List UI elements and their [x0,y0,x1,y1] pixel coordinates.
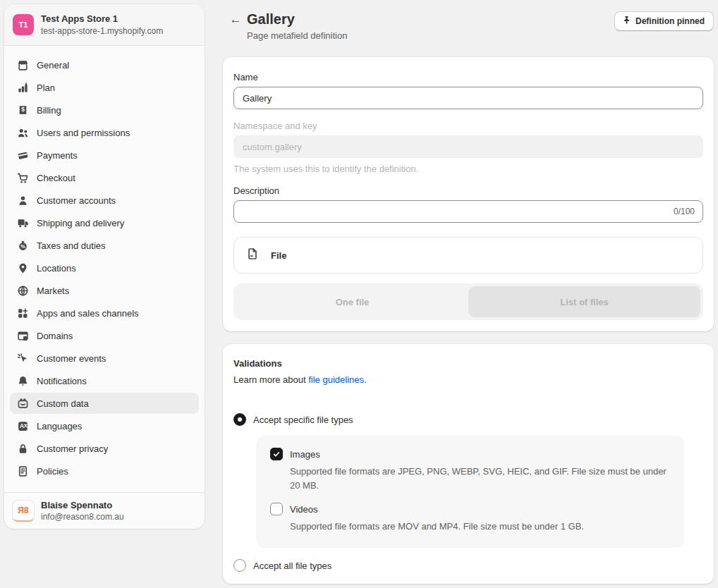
sidebar-item-billing[interactable]: $Billing [10,99,199,121]
globe-icon [16,285,30,297]
sidebar-item-customer-events[interactable]: Customer events [10,348,199,369]
file-guidelines-link[interactable]: file guidelines. [308,374,366,385]
pin-icon [622,16,631,27]
users-icon [16,127,30,139]
translate-icon: A [16,420,30,432]
checkbox-unchecked-icon[interactable] [270,503,283,515]
checkbox-checked-icon[interactable] [270,448,283,460]
definition-card: Name Namespace and key The system uses t… [223,57,714,331]
accept-specific-file-types-option[interactable]: Accept specific file types [233,413,703,426]
validations-title: Validations [233,358,703,369]
user-name: Blaise Spennato [41,500,124,510]
images-checkbox-row[interactable]: Images [270,448,670,460]
namespace-input [233,135,703,158]
content-type-label: File [271,250,286,261]
sidebar-item-customer-privacy[interactable]: Customer privacy [10,438,199,459]
sidebar-item-domains[interactable]: Domains [10,325,199,346]
settings-sidebar: T1 Test Apps Store 1 test-apps-store-1.m… [4,4,205,529]
page-subtitle: Page metafield definition [247,30,347,41]
sidebar-item-checkout[interactable]: Checkout [10,167,199,188]
tax-icon: % [16,240,30,252]
sidebar-item-users-and-permissions[interactable]: Users and permissions [10,122,199,143]
settings-nav: General Plan $Billing Users and permissi… [4,46,205,492]
learn-more-text: Learn more about file guidelines. [233,374,703,385]
sidebar-item-custom-data[interactable]: Custom data [10,393,199,414]
lock-icon [16,443,30,455]
custom-data-icon [16,398,30,410]
svg-text:A: A [19,422,23,429]
document-lines-icon [16,465,30,477]
person-icon [16,195,30,207]
location-pin-icon [16,262,30,274]
accept-all-file-types-option[interactable]: Accept all file types [233,559,703,572]
sidebar-item-apps-and-sales-channels[interactable]: Apps and sales channels [10,302,199,324]
store-name: Test Apps Store 1 [41,13,163,25]
namespace-label: Namespace and key [233,121,703,131]
videos-checkbox-row[interactable]: Videos [270,503,670,515]
apps-grid-icon [16,307,30,319]
cursor-icon [16,353,30,365]
videos-help-text: Supported file formats are MOV and MP4. … [290,520,670,534]
file-icon [246,247,259,263]
sidebar-item-markets[interactable]: Markets [10,280,199,301]
user-email: info@reason8.com.au [41,512,124,522]
reason8-logo: Я8 [13,501,34,522]
store-avatar: T1 [13,14,34,35]
sidebar-item-plan[interactable]: Plan [10,77,199,98]
sidebar-item-payments[interactable]: Payments [10,145,199,166]
store-icon [16,59,30,71]
radio-selected-icon[interactable] [233,413,246,426]
content-type-box: File [233,237,703,274]
file-count-segmented-control: One file List of files [233,283,703,320]
images-help-text: Supported file formats are JPEG, PNG, WE… [290,465,670,493]
store-header: T1 Test Apps Store 1 test-apps-store-1.m… [4,4,205,46]
payments-icon [16,149,30,161]
page-header: ← Gallery Page metafield definition Defi… [223,0,714,41]
sidebar-item-customer-accounts[interactable]: Customer accounts [10,190,199,211]
sidebar-item-taxes-and-duties[interactable]: %Taxes and duties [10,235,199,256]
billing-icon: $ [16,104,30,116]
validations-card: Validations Learn more about file guidel… [223,344,714,584]
sidebar-item-notifications[interactable]: Notifications [10,370,199,391]
checkout-cart-icon [16,172,30,184]
description-input[interactable] [233,200,703,223]
radio-unselected-icon[interactable] [233,559,246,572]
file-types-panel: Images Supported file formats are JPEG, … [256,436,684,548]
svg-text:$: $ [21,106,25,113]
truck-icon [16,217,30,229]
sidebar-item-general[interactable]: General [10,54,199,75]
sidebar-item-policies[interactable]: Policies [10,460,199,482]
sidebar-item-locations[interactable]: Locations [10,257,199,278]
description-label: Description [233,185,703,196]
sidebar-item-shipping-and-delivery[interactable]: Shipping and delivery [10,212,199,233]
page-title: Gallery [247,10,347,28]
browser-window-icon [16,330,30,342]
character-counter: 0/100 [674,207,695,216]
back-button[interactable]: ← [226,10,245,30]
plan-icon [16,82,30,94]
name-input[interactable] [233,87,703,109]
namespace-help-text: The system uses this to identify the def… [233,164,703,174]
store-domain: test-apps-store-1.myshopify.com [41,26,163,36]
bell-icon [16,375,30,387]
user-footer: Я8 Blaise Spennato info@reason8.com.au [4,492,205,529]
one-file-segment: One file [236,286,468,317]
list-of-files-segment: List of files [468,286,700,317]
main-content: ← Gallery Page metafield definition Defi… [223,0,714,584]
name-label: Name [233,72,703,82]
sidebar-item-languages[interactable]: ALanguages [10,415,199,436]
svg-text:%: % [20,243,25,249]
definition-pinned-button[interactable]: Definition pinned [614,11,714,31]
